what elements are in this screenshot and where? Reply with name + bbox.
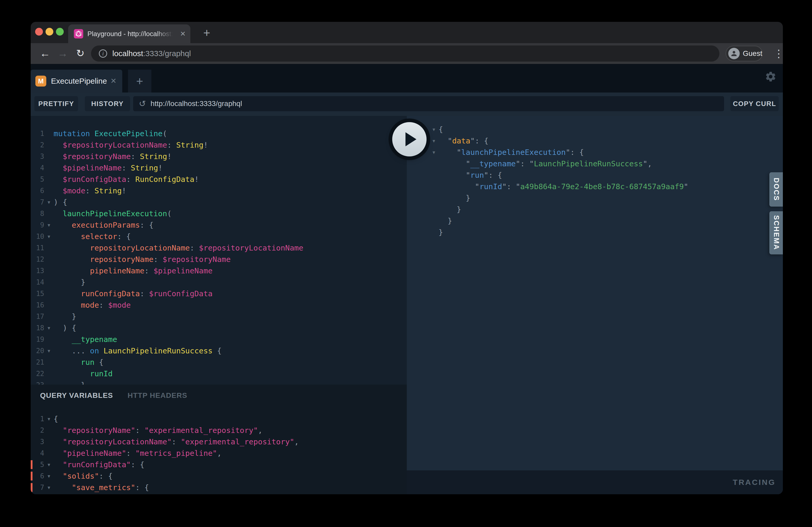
fold-arrow-icon[interactable]: ▾ — [429, 138, 438, 144]
close-window-button[interactable] — [35, 28, 43, 35]
code-line[interactable]: 2 $repositoryLocationName: String! — [31, 139, 407, 151]
line-number: 23 — [31, 381, 44, 385]
code-line[interactable]: 15 runConfigData: $runConfigData — [31, 288, 407, 299]
code-line[interactable]: 7▾ "save_metrics": { — [31, 482, 407, 493]
execute-play-button[interactable] — [392, 122, 426, 156]
traffic-lights — [35, 28, 64, 35]
endpoint-url: http://localhost:3333/graphql — [150, 100, 242, 108]
code-line[interactable]: 11 repositoryLocationName: $repositoryLo… — [31, 242, 407, 254]
copy-curl-button[interactable]: COPY CURL — [730, 96, 779, 111]
forward-button[interactable]: → — [55, 46, 70, 61]
code-text: } — [438, 215, 452, 227]
address-bar[interactable]: i localhost :3333/graphql — [91, 45, 720, 62]
fold-arrow-icon[interactable]: ▾ — [429, 149, 438, 155]
code-line[interactable]: 5▾ "runConfigData": { — [31, 459, 407, 470]
code-line[interactable]: "__typename": "LaunchPipelineRunSuccess"… — [429, 158, 783, 169]
endpoint-history-icon[interactable]: ↺ — [139, 99, 146, 109]
code-line[interactable]: } — [429, 192, 783, 204]
code-line[interactable]: 3 "repositoryLocationName": "experimenta… — [31, 436, 407, 448]
graphql-favicon-icon — [74, 29, 83, 39]
playground-tab-close-icon[interactable]: ✕ — [111, 77, 117, 85]
minimize-window-button[interactable] — [45, 28, 53, 35]
code-line[interactable]: 21 run { — [31, 357, 407, 368]
tab-http-headers[interactable]: HTTP HEADERS — [128, 391, 187, 400]
fold-arrow-icon[interactable]: ▾ — [429, 126, 438, 133]
line-number: 5 — [31, 176, 44, 183]
code-line[interactable]: 19 __typename — [31, 334, 407, 345]
fold-arrow-icon[interactable]: ▾ — [44, 484, 54, 491]
profile-button[interactable]: Guest — [726, 46, 763, 61]
code-line[interactable]: ▾ "data": { — [429, 135, 783, 147]
code-line[interactable]: 13 pipelineName: $pipelineName — [31, 265, 407, 276]
code-text: selector: { — [54, 231, 131, 242]
code-line[interactable]: } — [429, 204, 783, 215]
fold-arrow-icon[interactable]: ▾ — [44, 348, 54, 354]
settings-gear-icon[interactable] — [765, 71, 777, 82]
schema-side-tab[interactable]: SCHEMA — [769, 211, 783, 254]
code-line[interactable]: 16 mode: $mode — [31, 299, 407, 311]
fold-arrow-icon[interactable]: ▾ — [44, 416, 54, 422]
profile-label: Guest — [743, 49, 762, 58]
code-text: repositoryName: $repositoryName — [54, 254, 231, 265]
mutation-badge: M — [35, 76, 46, 87]
fold-arrow-icon[interactable]: ▾ — [44, 473, 54, 479]
line-number: 4 — [31, 449, 44, 457]
browser-new-tab-button[interactable]: + — [200, 26, 214, 40]
code-line[interactable]: 22 runId — [31, 368, 407, 379]
code-line[interactable]: 3 $repositoryName: String! — [31, 151, 407, 162]
fold-arrow-icon[interactable]: ▾ — [44, 234, 54, 240]
reload-button[interactable]: ↻ — [73, 46, 88, 61]
browser-menu-icon[interactable]: ⋮ — [771, 46, 783, 61]
code-line[interactable]: 7▾) { — [31, 196, 407, 208]
code-line[interactable]: 4 $pipelineName: String! — [31, 162, 407, 174]
site-info-icon[interactable]: i — [99, 49, 107, 58]
code-line[interactable]: "run": { — [429, 169, 783, 181]
code-line[interactable]: 1mutation ExecutePipeline( — [31, 128, 407, 139]
line-number: 15 — [31, 290, 44, 298]
browser-tab[interactable]: Playground - http://localhost:3 ✕ — [68, 25, 190, 43]
graphql-playground: M ExecutePipeline ✕ + PRETTIFY HISTORY ↺… — [31, 64, 783, 494]
code-line[interactable]: 6▾ "solids": { — [31, 470, 407, 482]
code-line[interactable]: 10▾ selector: { — [31, 231, 407, 242]
fold-arrow-icon[interactable]: ▾ — [44, 325, 54, 331]
code-line[interactable]: 12 repositoryName: $repositoryName — [31, 254, 407, 265]
code-line[interactable]: 8 launchPipelineExecution( — [31, 208, 407, 219]
zoom-window-button[interactable] — [56, 28, 64, 35]
code-line[interactable]: "runId": "a49b864a-79e2-4be8-b78c-687457… — [429, 181, 783, 192]
code-line[interactable]: ▾ "launchPipelineExecution": { — [429, 147, 783, 158]
browser-tab-title: Playground - http://localhost:3 — [87, 30, 173, 38]
tracing-toggle[interactable]: TRACING — [733, 478, 775, 487]
code-line[interactable]: 14 } — [31, 276, 407, 288]
back-button[interactable]: ← — [38, 46, 53, 61]
line-number: 19 — [31, 335, 44, 343]
code-line[interactable]: 6 $mode: String! — [31, 185, 407, 196]
variables-editor[interactable]: 1▾{2 "repositoryName": "experimental_rep… — [31, 406, 407, 493]
playground-tab-executepipeline[interactable]: M ExecutePipeline ✕ — [31, 70, 122, 92]
fold-arrow-icon[interactable]: ▾ — [44, 199, 54, 205]
code-line[interactable]: 17 } — [31, 311, 407, 322]
code-line[interactable]: ▾{ — [429, 124, 783, 135]
code-line[interactable]: } — [429, 215, 783, 227]
code-line[interactable]: } — [429, 227, 783, 238]
history-button[interactable]: HISTORY — [85, 96, 130, 111]
code-line[interactable]: 4 "pipelineName": "metrics_pipeline", — [31, 448, 407, 459]
code-line[interactable]: 1▾{ — [31, 413, 407, 425]
code-line[interactable]: 2 "repositoryName": "experimental_reposi… — [31, 425, 407, 436]
fold-arrow-icon[interactable]: ▾ — [44, 222, 54, 228]
tab-query-variables[interactable]: QUERY VARIABLES — [40, 391, 113, 400]
docs-side-tab[interactable]: DOCS — [769, 172, 783, 207]
fold-arrow-icon[interactable]: ▾ — [44, 462, 54, 468]
query-editor[interactable]: 1mutation ExecutePipeline(2 $repositoryL… — [31, 116, 407, 385]
endpoint-input[interactable]: ↺ http://localhost:3333/graphql — [133, 96, 724, 111]
prettify-button[interactable]: PRETTIFY — [34, 96, 78, 111]
code-line[interactable]: 5 $runConfigData: RunConfigData! — [31, 174, 407, 185]
code-line[interactable]: 20▾ ... on LaunchPipelineRunSuccess { — [31, 345, 407, 357]
url-host: localhost — [112, 49, 143, 58]
browser-tab-close-icon[interactable]: ✕ — [180, 30, 186, 37]
code-line[interactable]: 9▾ executionParams: { — [31, 219, 407, 231]
code-line[interactable]: 18▾ ) { — [31, 322, 407, 334]
code-text: runId — [54, 368, 113, 379]
code-line[interactable]: 23 } — [31, 379, 407, 385]
playground-new-tab-button[interactable]: + — [128, 70, 151, 92]
line-number: 6 — [31, 187, 44, 195]
